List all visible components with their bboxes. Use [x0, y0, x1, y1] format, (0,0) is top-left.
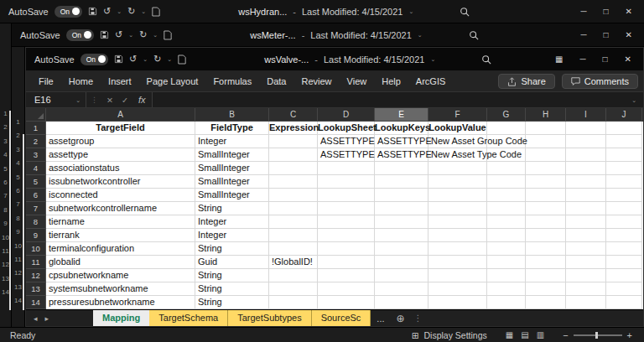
autosave-toggle[interactable]: On	[66, 29, 94, 41]
cell-I7[interactable]	[566, 202, 606, 215]
cell-I10[interactable]	[566, 242, 606, 256]
ribbon-tab-insert[interactable]: Insert	[101, 71, 139, 91]
cell-H1[interactable]	[526, 122, 566, 135]
ribbon-tab-help[interactable]: Help	[374, 71, 408, 91]
cell-F3[interactable]: New Asset Type Code	[428, 148, 487, 162]
cell-B1[interactable]: FieldType	[195, 122, 269, 135]
redo-dropdown-icon[interactable]: ⌄	[167, 56, 172, 62]
maximize-button[interactable]: □	[603, 54, 608, 64]
cell-E3[interactable]: ASSETTYPE	[375, 148, 428, 162]
sheet-tab-targetschema[interactable]: TargetSchema	[149, 310, 228, 326]
cell-I1[interactable]	[566, 122, 606, 135]
cell-D14[interactable]	[318, 296, 375, 309]
zoom-in-button[interactable]: +	[627, 330, 632, 340]
insert-function-button[interactable]: fx	[132, 95, 152, 105]
redo-button[interactable]: ↻	[127, 7, 135, 16]
comments-button[interactable]: Comments	[562, 74, 638, 89]
cell-H5[interactable]	[526, 175, 566, 189]
cell-B11[interactable]: Guid	[195, 256, 269, 269]
cell-J12[interactable]	[606, 269, 642, 282]
row-header-9[interactable]: 9	[26, 229, 46, 242]
row-header-13[interactable]: 13	[26, 282, 46, 296]
row-header-6[interactable]: 6	[26, 189, 46, 202]
cell-J4[interactable]	[606, 162, 642, 175]
autosave-toggle[interactable]: On	[80, 54, 108, 65]
cell-A14[interactable]: pressuresubnetworkname	[46, 296, 195, 309]
sheet-scroll-grip-icon[interactable]: ⋮	[411, 310, 426, 326]
cell-F1[interactable]: LookupValue	[428, 122, 487, 135]
cell-E11[interactable]	[375, 256, 428, 269]
cell-I9[interactable]	[566, 229, 606, 242]
sheet-tab-targetsubtypes[interactable]: TargetSubtypes	[228, 310, 311, 326]
redo-button[interactable]: ↻	[139, 30, 147, 39]
column-header-H[interactable]: H	[526, 108, 566, 122]
cell-D8[interactable]	[318, 215, 375, 229]
minimize-button[interactable]: ─	[580, 7, 586, 16]
cell-E10[interactable]	[375, 242, 428, 256]
cell-G10[interactable]	[487, 242, 526, 256]
cell-G5[interactable]	[487, 175, 526, 189]
autosave-toggle[interactable]: On	[55, 6, 82, 18]
cell-A4[interactable]: associationstatus	[46, 162, 195, 175]
column-header-I[interactable]: I	[566, 108, 606, 122]
row-header-8[interactable]: 8	[26, 215, 46, 229]
cell-E13[interactable]	[375, 282, 428, 296]
row-header-10[interactable]: 10	[26, 242, 46, 256]
row-header-4[interactable]: 4	[26, 162, 46, 175]
sheet-tab-sourcesc[interactable]: SourceSc	[312, 310, 371, 326]
row-header-2[interactable]: 2	[26, 135, 46, 148]
cell-F8[interactable]	[428, 215, 487, 229]
cell-H8[interactable]	[526, 215, 566, 229]
share-button[interactable]: Share	[498, 74, 554, 89]
cell-H2[interactable]	[526, 135, 566, 148]
zoom-slider-knob[interactable]	[595, 332, 598, 339]
row-header-5[interactable]: 5	[26, 175, 46, 189]
cell-F14[interactable]	[428, 296, 487, 309]
cell-G12[interactable]	[487, 269, 526, 282]
cell-D10[interactable]	[318, 242, 375, 256]
cell-D1[interactable]: LookupSheet	[318, 122, 375, 135]
cell-G6[interactable]	[487, 189, 526, 202]
cell-H3[interactable]	[526, 148, 566, 162]
cell-F11[interactable]	[428, 256, 487, 269]
cell-J5[interactable]	[606, 175, 642, 189]
cell-B4[interactable]: SmallInteger	[195, 162, 269, 175]
cell-H12[interactable]	[526, 269, 566, 282]
cell-A13[interactable]: systemsubnetworkname	[46, 282, 195, 296]
cell-A1[interactable]: TargetField	[46, 122, 195, 135]
cell-H9[interactable]	[526, 229, 566, 242]
ribbon-tab-formulas[interactable]: Formulas	[205, 71, 259, 91]
cell-C2[interactable]	[269, 135, 318, 148]
cell-C7[interactable]	[269, 202, 318, 215]
cell-F4[interactable]	[428, 162, 487, 175]
cell-C14[interactable]	[269, 296, 318, 309]
cell-A7[interactable]: subnetworkcontrollername	[46, 202, 195, 215]
cell-C4[interactable]	[269, 162, 318, 175]
cell-J14[interactable]	[606, 296, 642, 309]
modified-dropdown-icon[interactable]: ⌄	[418, 32, 423, 38]
save-icon[interactable]	[100, 30, 109, 39]
cell-G13[interactable]	[487, 282, 526, 296]
modified-dropdown-icon[interactable]: ⌄	[408, 8, 413, 14]
column-header-J[interactable]: J	[606, 108, 642, 122]
cell-J7[interactable]	[606, 202, 642, 215]
cell-A5[interactable]: issubnetworkcontroller	[46, 175, 195, 189]
cell-I4[interactable]	[566, 162, 606, 175]
cell-B6[interactable]: SmallInteger	[195, 189, 269, 202]
cell-G8[interactable]	[487, 215, 526, 229]
cell-E1[interactable]: LookupKeys	[375, 122, 428, 135]
prev-sheet-button[interactable]: ◂	[34, 314, 38, 323]
cell-H6[interactable]	[526, 189, 566, 202]
cell-I13[interactable]	[566, 282, 606, 296]
cell-A3[interactable]: assettype	[46, 148, 195, 162]
ribbon-display-options-button[interactable]: ▦	[555, 54, 563, 64]
cell-C13[interactable]	[269, 282, 318, 296]
cell-D2[interactable]: ASSETTYPE	[318, 135, 375, 148]
cell-I2[interactable]	[566, 135, 606, 148]
cell-J8[interactable]	[606, 215, 642, 229]
cell-G7[interactable]	[487, 202, 526, 215]
formula-bar-grip-icon[interactable]: ⋮	[86, 96, 102, 104]
cell-C1[interactable]: Expression	[269, 122, 318, 135]
cell-A12[interactable]: cpsubnetworkname	[46, 269, 195, 282]
save-icon[interactable]	[88, 7, 97, 16]
